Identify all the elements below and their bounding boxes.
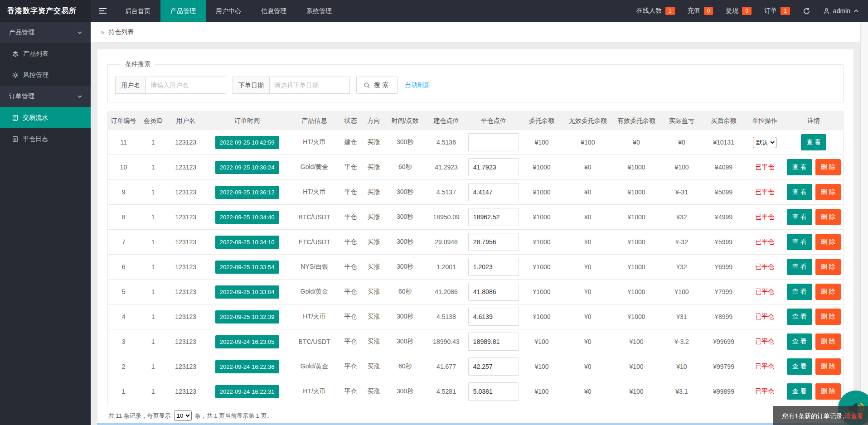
refresh-icon[interactable] <box>803 7 810 15</box>
cell-product: HT/火币 <box>290 304 339 329</box>
cell-actual-profit: ¥32 <box>661 205 703 230</box>
close-point-input[interactable] <box>468 233 519 251</box>
cell-order-id: 10 <box>108 155 140 180</box>
cell-control: 已平仓 <box>745 255 785 280</box>
nav-stat[interactable]: 订单1 <box>764 7 790 15</box>
cell-product: Gold/黄金 <box>290 280 339 304</box>
view-button[interactable]: 查看 <box>787 234 812 250</box>
closed-status-label: 已平仓 <box>755 163 774 170</box>
user-menu[interactable]: admin <box>823 7 859 14</box>
top-menu-item[interactable]: 产品管理 <box>160 0 206 22</box>
user-icon <box>823 8 830 14</box>
search-button[interactable]: 搜索 <box>356 77 398 94</box>
delete-button[interactable]: 删除 <box>815 284 841 300</box>
view-button[interactable]: 查看 <box>801 134 826 150</box>
cell-status: 平仓 <box>339 354 362 379</box>
user-name: admin <box>833 7 850 14</box>
delete-button[interactable]: 删除 <box>815 358 841 375</box>
cell-open-point: 29.0948 <box>425 230 468 255</box>
username-input[interactable] <box>145 77 226 94</box>
cell-order-time: 2022-09-24 16:22:31 <box>204 379 290 404</box>
nav-stat[interactable]: 提现0 <box>726 7 752 15</box>
cell-actions: 查看删除 <box>785 205 844 230</box>
close-point-input[interactable] <box>468 258 519 276</box>
view-button[interactable]: 查看 <box>787 159 812 175</box>
view-button[interactable]: 查看 <box>787 259 812 275</box>
delete-button[interactable]: 删除 <box>815 333 841 350</box>
view-button[interactable]: 查看 <box>787 383 812 400</box>
close-point-input[interactable] <box>468 133 519 151</box>
delete-button[interactable]: 删除 <box>815 159 841 175</box>
cell-valid-entrust-balance: ¥100 <box>611 379 661 404</box>
toast-message: 您有1条新的订单记录, <box>782 412 844 420</box>
view-button[interactable]: 查看 <box>787 184 812 200</box>
nav-stat-label: 在线人数 <box>636 7 662 15</box>
content-area: 条件搜索 用户名 下单日期 <box>91 43 868 425</box>
cell-direction: 买涨 <box>362 180 385 205</box>
cell-product: HT/火币 <box>290 180 339 205</box>
cell-actual-profit: ¥3.1 <box>661 379 703 404</box>
sidebar-item[interactable]: 风控管理 <box>0 64 91 86</box>
cell-status: 平仓 <box>339 180 362 205</box>
close-point-input[interactable] <box>468 283 519 301</box>
top-menu-item[interactable]: 系统管理 <box>296 0 342 22</box>
cell-order-time: 2022-09-25 10:33:04 <box>204 280 290 304</box>
order-time-badge: 2022-09-25 10:36:12 <box>215 186 279 199</box>
delete-button[interactable]: 删除 <box>815 209 841 225</box>
nav-stat-badge: 1 <box>665 7 675 15</box>
cell-status: 平仓 <box>339 155 362 180</box>
table-row: 411231232022-09-25 10:32:39HT/火币平仓买涨300秒… <box>108 304 844 329</box>
cell-after-balance: ¥4999 <box>702 205 745 230</box>
menu-toggle-icon[interactable] <box>91 0 115 22</box>
cell-valid-entrust-balance: ¥1000 <box>611 230 661 255</box>
chevron-down-icon <box>77 94 82 99</box>
close-point-input[interactable] <box>468 208 519 226</box>
close-point-input[interactable] <box>468 158 519 176</box>
close-point-input[interactable] <box>468 308 519 326</box>
main-area: » 持仓列表 条件搜索 用户名 下单日期 <box>91 22 868 425</box>
cell-close-point <box>468 230 519 255</box>
cell-actions: 查看删除 <box>785 230 844 255</box>
sidebar-group-title[interactable]: 产品管理 <box>0 22 91 43</box>
delete-button[interactable]: 删除 <box>815 383 841 400</box>
order-time-badge: 2022-09-25 10:34:10 <box>215 236 279 249</box>
view-button[interactable]: 查看 <box>787 209 812 225</box>
top-menu-item[interactable]: 信息管理 <box>251 0 296 22</box>
nav-stat[interactable]: 在线人数1 <box>636 7 675 15</box>
top-menu-item[interactable]: 用户中心 <box>206 0 251 22</box>
toast-view-link[interactable]: 请查看 <box>844 412 863 420</box>
sidebar-group-title[interactable]: 订单管理 <box>0 86 91 107</box>
cell-close-point <box>468 304 519 329</box>
page-size-select[interactable]: 10 <box>174 411 192 421</box>
cell-period: 300秒 <box>385 230 425 255</box>
close-point-input[interactable] <box>468 357 519 376</box>
top-menu-item[interactable]: 后台首页 <box>115 0 160 22</box>
cell-member-id: 1 <box>139 379 167 404</box>
cell-order-id: 2 <box>108 354 140 379</box>
nav-stat[interactable]: 充值0 <box>688 7 713 15</box>
delete-button[interactable]: 删除 <box>815 259 841 275</box>
sidebar-item[interactable]: 产品列表 <box>0 43 91 64</box>
auto-refresh-link[interactable]: 自动刷新 <box>405 81 430 89</box>
view-button[interactable]: 查看 <box>787 284 812 300</box>
delete-button[interactable]: 删除 <box>815 234 841 250</box>
control-select[interactable]: 默认 <box>753 137 776 148</box>
delete-button[interactable]: 删除 <box>815 184 841 200</box>
close-point-input[interactable] <box>468 382 519 401</box>
cell-valid-entrust-balance: ¥1000 <box>611 155 661 180</box>
delete-button[interactable]: 删除 <box>815 309 841 325</box>
search-icon <box>364 82 370 89</box>
cell-status: 平仓 <box>339 329 362 354</box>
scrollbar-track[interactable] <box>860 22 868 425</box>
view-button[interactable]: 查看 <box>787 309 812 325</box>
cell-actual-profit: ¥10 <box>661 354 703 379</box>
close-point-input[interactable] <box>468 183 519 201</box>
view-button[interactable]: 查看 <box>787 358 812 375</box>
sidebar-item[interactable]: 平仓日志 <box>0 128 91 150</box>
view-button[interactable]: 查看 <box>787 333 812 350</box>
close-point-input[interactable] <box>468 333 519 351</box>
sidebar-item[interactable]: 交易流水 <box>0 107 91 128</box>
closed-status-label: 已平仓 <box>755 238 774 245</box>
order-date-input[interactable] <box>269 77 350 94</box>
cell-valid-entrust-balance: ¥1000 <box>611 180 661 205</box>
